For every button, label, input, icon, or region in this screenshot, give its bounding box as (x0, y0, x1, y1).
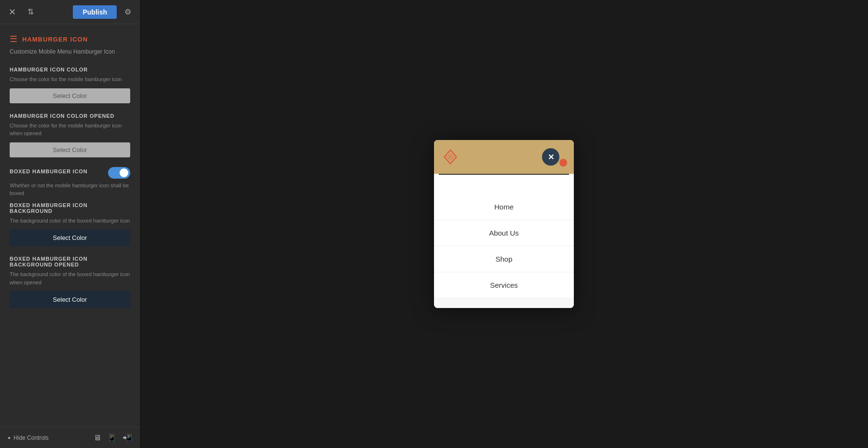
mobile-body: Home About Us Shop Services (434, 174, 574, 308)
menu-item-home[interactable]: Home (434, 194, 574, 220)
mobile-logo-icon (442, 148, 459, 166)
toolbar: ✕ ⇅ Publish ⚙ (0, 0, 140, 24)
boxed-icon-label: BOXED HAMBURGER ICON (10, 168, 87, 174)
section-boxed-bg-opened: BOXED HAMBURGER ICON BACKGROUND OPENED T… (10, 256, 130, 318)
menu-item-about[interactable]: About Us (434, 220, 574, 246)
bottom-bar-icons: 🖥 📱 📲 (94, 433, 132, 442)
boxed-bg-button[interactable]: Select Color (10, 229, 130, 246)
hide-controls-text: Hide Controls (14, 434, 49, 441)
menu-spacer (434, 175, 574, 194)
sort-button[interactable]: ⇅ (23, 5, 38, 19)
icon-color-opened-label: HAMBURGER ICON COLOR OPENED (10, 113, 130, 119)
panel-subtitle: Customize Mobile Menu Hamburger Icon (10, 48, 130, 55)
settings-icon: ⚙ (124, 7, 131, 16)
icon-color-desc: Choose the color for the mobile hamburge… (10, 75, 130, 84)
settings-button[interactable]: ⚙ (121, 5, 135, 19)
mobile-icon: 📲 (122, 434, 132, 442)
section-boxed-icon: BOXED HAMBURGER ICON Whether or not the … (10, 167, 130, 197)
boxed-icon-desc: Whether or not the mobile hamburger icon… (10, 182, 130, 197)
tablet-icon: 📱 (107, 434, 117, 442)
icon-color-label: HAMBURGER ICON COLOR (10, 67, 130, 72)
panel-content: ☰ HAMBURGER ICON Customize Mobile Menu H… (0, 24, 140, 427)
boxed-bg-opened-desc: The background color of the boxed hambur… (10, 270, 130, 286)
tablet-view-button[interactable]: 📱 (107, 433, 117, 442)
menu-footer-space (434, 298, 574, 308)
close-button[interactable]: ✕ (5, 5, 19, 19)
notification-dot (559, 159, 567, 167)
mobile-view-button[interactable]: 📲 (122, 433, 132, 442)
close-icon: ✕ (9, 7, 16, 17)
toggle-slider (108, 167, 130, 179)
boxed-icon-toggle-row: BOXED HAMBURGER ICON (10, 167, 130, 179)
hamburger-icon: ☰ (10, 34, 17, 44)
publish-button[interactable]: Publish (73, 5, 117, 19)
boxed-bg-desc: The background color of the boxed hambur… (10, 217, 130, 225)
boxed-bg-label: BOXED HAMBURGER ICON BACKGROUND (10, 202, 130, 214)
right-area: ✕ Home About Us Shop Services (140, 0, 868, 448)
bottom-bar: ● Hide Controls 🖥 📱 📲 (0, 427, 140, 448)
section-icon-color: HAMBURGER ICON COLOR Choose the color fo… (10, 67, 130, 113)
section-icon-color-opened: HAMBURGER ICON COLOR OPENED Choose the c… (10, 113, 130, 167)
close-menu-button[interactable]: ✕ (542, 148, 559, 166)
menu-item-services[interactable]: Services (434, 272, 574, 298)
mobile-header: ✕ (434, 140, 574, 174)
hide-icon: ● (8, 435, 11, 440)
hide-controls-label[interactable]: ● Hide Controls (8, 434, 49, 441)
section-boxed-bg: BOXED HAMBURGER ICON BACKGROUND The back… (10, 202, 130, 256)
left-panel: ✕ ⇅ Publish ⚙ ☰ HAMBURGER ICON Customize… (0, 0, 140, 448)
panel-header: ☰ HAMBURGER ICON (10, 34, 130, 44)
panel-title: HAMBURGER ICON (22, 36, 88, 43)
icon-color-button[interactable]: Select Color (10, 88, 130, 103)
icon-color-opened-button[interactable]: Select Color (10, 142, 130, 157)
boxed-bg-opened-label: BOXED HAMBURGER ICON BACKGROUND OPENED (10, 256, 130, 267)
sort-icon: ⇅ (27, 7, 34, 16)
menu-item-shop[interactable]: Shop (434, 246, 574, 272)
desktop-icon: 🖥 (94, 434, 101, 442)
boxed-bg-opened-button[interactable]: Select Color (10, 291, 130, 308)
close-x-icon: ✕ (548, 153, 554, 162)
desktop-view-button[interactable]: 🖥 (94, 433, 101, 442)
mobile-preview: ✕ Home About Us Shop Services (434, 140, 574, 308)
icon-color-opened-desc: Choose the color for the mobile hamburge… (10, 122, 130, 138)
boxed-icon-toggle[interactable] (108, 167, 130, 179)
